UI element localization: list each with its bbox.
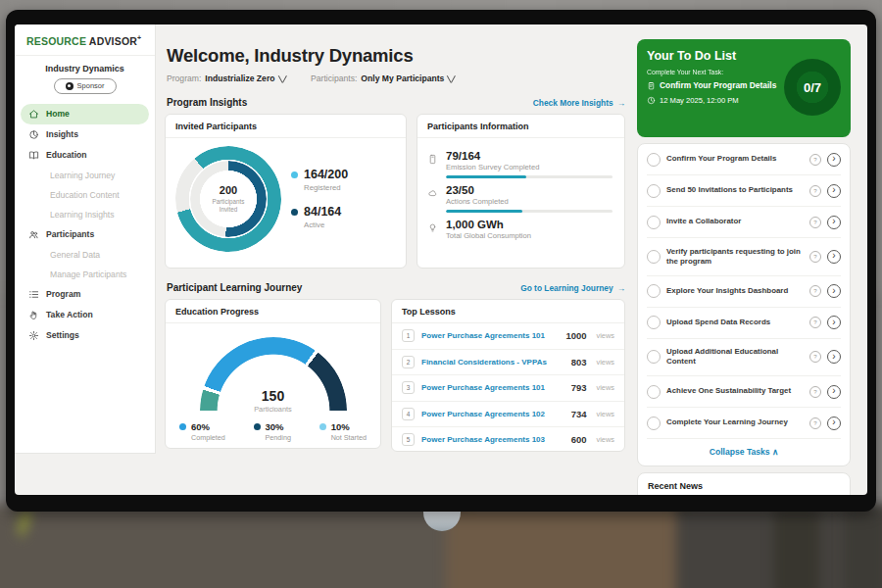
lesson-title-link[interactable]: Power Purchase Agreements 102 [421, 410, 564, 418]
participants-info-value: 79/164 [446, 150, 612, 162]
help-icon[interactable]: ? [809, 154, 821, 166]
lesson-row: 5Power Purchase Agreements 103600views [392, 427, 624, 453]
clock-icon [647, 96, 656, 105]
lesson-title-link[interactable]: Power Purchase Agreements 101 [421, 383, 564, 392]
todo-go-button[interactable]: › [827, 385, 841, 399]
gauge-legend-text: 30%Pending [266, 421, 291, 442]
help-icon[interactable]: ? [809, 217, 821, 228]
todo-go-button[interactable]: › [827, 350, 841, 364]
todo-go-button[interactable]: › [827, 416, 841, 430]
lesson-row: 4Power Purchase Agreements 102734views [392, 402, 624, 428]
todo-go-button[interactable]: › [827, 284, 841, 298]
lesson-views-value: 803 [571, 357, 587, 368]
todo-item-label: Explore Your Insights Dashboard [666, 286, 804, 296]
todo-item[interactable]: Explore Your Insights Dashboard?› [647, 276, 841, 308]
todo-go-button[interactable]: › [827, 153, 841, 167]
todo-item[interactable]: Verify participants requesting to join t… [647, 238, 841, 276]
go-to-learning-journey-label: Go to Learning Journey [520, 283, 612, 293]
gauge-legend-label: Not Started [331, 433, 367, 442]
gauge-center-value: 150 [200, 388, 347, 404]
participants-information-card: Participants Information 79/164Emission … [416, 114, 625, 269]
background: RESOURCE ADVISOR+ Industry Dynamics Spon… [0, 0, 882, 588]
check-more-insights-link[interactable]: Check More Insights → [533, 98, 625, 108]
todo-checkbox[interactable] [647, 216, 661, 229]
sidebar-item-general-data[interactable]: General Data [21, 245, 149, 265]
lesson-title-link[interactable]: Power Purchase Agreements 103 [421, 435, 564, 444]
participants-information-title: Participants Information [417, 115, 624, 138]
program-filter[interactable]: Program: Industrialize Zero ⋁ [167, 74, 285, 83]
lesson-row: 1Power Purchase Agreements 1011000views [392, 323, 624, 350]
donut-legend-label: Active [304, 220, 341, 229]
sidebar-item-education[interactable]: Education [21, 145, 149, 166]
gauge-legend-label: Completed [191, 433, 225, 442]
help-icon[interactable]: ? [809, 317, 821, 328]
todo-item[interactable]: Upload Additional Educational Content?› [647, 339, 841, 377]
todo-go-button[interactable]: › [827, 316, 841, 329]
participants-info-value: 23/50 [446, 184, 612, 196]
sidebar-item-insights[interactable]: Insights [21, 124, 149, 145]
participants-info-value: 1,000 GWh [446, 219, 612, 230]
clipboard-icon [647, 81, 656, 90]
todo-checkbox[interactable] [647, 416, 661, 430]
todo-item[interactable]: Achieve One Sustainability Target?› [647, 376, 841, 408]
go-to-learning-journey-link[interactable]: Go to Learning Journey → [520, 283, 625, 293]
sidebar-item-learning-journey[interactable]: Learning Journey [21, 166, 149, 185]
sidebar-item-settings[interactable]: Settings [21, 325, 149, 346]
todo-checkbox[interactable] [647, 153, 661, 167]
learning-cards-row: Education Progress 150 Participants 60%C… [165, 299, 625, 452]
sidebar-item-education-content[interactable]: Education Content [21, 185, 149, 205]
arrow-right-icon: → [617, 98, 625, 108]
gauge-legend-item: 10%Not Started [319, 421, 367, 442]
todo-checkbox[interactable] [647, 316, 661, 329]
todo-go-button[interactable]: › [827, 184, 841, 198]
todo-item-label: Complete Your Learning Journey [666, 417, 804, 427]
sidebar-item-home[interactable]: Home [21, 104, 149, 124]
todo-checkbox[interactable] [647, 385, 661, 399]
gauge-legend-value: 30% [266, 421, 291, 432]
lesson-title-link[interactable]: Financial Considerations - VPPAs [421, 358, 564, 367]
todo-go-button[interactable]: › [827, 216, 841, 229]
help-icon[interactable]: ? [809, 185, 821, 197]
sidebar-item-label: Manage Participants [50, 270, 126, 279]
participants-filter[interactable]: Participants: Only My Participants ⋁ [311, 74, 455, 83]
invited-participants-card: Invited Participants 200 Participants In… [165, 114, 407, 269]
donut-legend-text: 164/200Registered [304, 169, 348, 192]
dashboard-screen: RESOURCE ADVISOR+ Industry Dynamics Spon… [15, 24, 867, 495]
help-icon[interactable]: ? [809, 285, 821, 297]
donut-center-value: 200 [220, 184, 237, 196]
participants-info-main: 23/50Actions Completed [446, 184, 612, 213]
sidebar-item-label: Education Content [50, 190, 120, 200]
todo-item[interactable]: Upload Spend Data Records?› [647, 308, 841, 339]
todo-due-label: 12 May 2025, 12:00 PM [660, 96, 739, 105]
legend-dot-icon [291, 209, 298, 216]
progress-bar-fill [446, 210, 522, 213]
brand-logo: RESOURCE ADVISOR+ [15, 24, 155, 56]
sidebar-item-learning-insights[interactable]: Learning Insights [21, 205, 149, 224]
sidebar-item-participants[interactable]: Participants [21, 224, 149, 245]
chevron-down-icon: ⋁ [447, 74, 456, 83]
help-icon[interactable]: ? [809, 386, 821, 398]
donut-center-caption: Participants Invited [204, 198, 253, 214]
collapse-tasks-link[interactable]: Collapse Tasks ∧ [647, 439, 841, 466]
lesson-views-suffix: views [597, 358, 614, 367]
sidebar-item-label: Learning Journey [50, 171, 115, 180]
sidebar-item-manage-participants[interactable]: Manage Participants [21, 265, 149, 284]
todo-item[interactable]: Complete Your Learning Journey?› [647, 408, 841, 439]
legend-dot-icon [319, 423, 326, 430]
todo-item[interactable]: Invite a Collaborator?› [647, 207, 841, 238]
todo-checkbox[interactable] [647, 350, 661, 364]
todo-go-button[interactable]: › [827, 250, 841, 264]
sidebar-item-program[interactable]: Program [21, 284, 149, 305]
donut-legend-label: Registered [304, 183, 348, 192]
todo-checkbox[interactable] [647, 184, 661, 198]
help-icon[interactable]: ? [809, 251, 821, 263]
todo-item[interactable]: Send 50 Invitations to Participants?› [647, 175, 841, 207]
help-icon[interactable]: ? [809, 351, 821, 363]
todo-checkbox[interactable] [647, 250, 661, 264]
todo-checkbox[interactable] [647, 284, 661, 298]
sidebar-item-take-action[interactable]: Take Action [21, 305, 149, 325]
sidebar-item-label: Learning Insights [50, 210, 114, 220]
help-icon[interactable]: ? [809, 417, 821, 429]
lesson-title-link[interactable]: Power Purchase Agreements 101 [421, 331, 559, 340]
todo-item[interactable]: Confirm Your Program Details?› [647, 144, 841, 175]
